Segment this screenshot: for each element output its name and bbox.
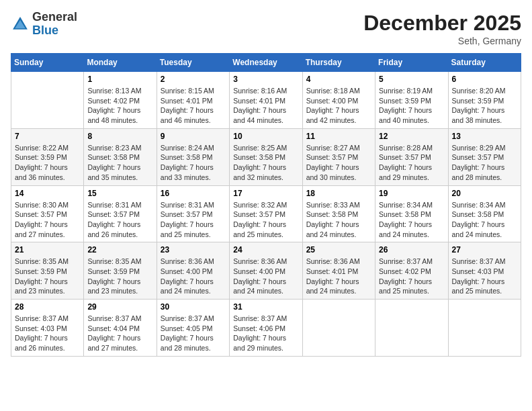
calendar-cell: 5 Sunrise: 8:19 AM Sunset: 3:59 PM Dayli…: [375, 72, 448, 129]
day-of-week-header: Sunday: [11, 54, 84, 72]
day-number: 31: [233, 302, 298, 312]
calendar-cell: 27 Sunrise: 8:37 AM Sunset: 4:03 PM Dayl…: [448, 242, 521, 300]
day-number: 1: [87, 75, 152, 84]
day-of-week-header: Friday: [375, 54, 448, 72]
calendar-cell: 21 Sunrise: 8:35 AM Sunset: 3:59 PM Dayl…: [11, 242, 84, 300]
calendar-table: SundayMondayTuesdayWednesdayThursdayFrid…: [11, 53, 521, 357]
calendar-cell: 6 Sunrise: 8:20 AM Sunset: 3:59 PM Dayli…: [448, 72, 521, 129]
calendar-cell: 26 Sunrise: 8:37 AM Sunset: 4:02 PM Dayl…: [375, 242, 448, 300]
page-header: General Blue December 2025 Seth, Germany: [11, 11, 521, 46]
day-info: Sunrise: 8:29 AM Sunset: 3:57 PM Dayligh…: [452, 143, 517, 183]
calendar-week-row: 1 Sunrise: 8:13 AM Sunset: 4:02 PM Dayli…: [11, 72, 521, 129]
day-number: 9: [161, 132, 226, 141]
day-info: Sunrise: 8:30 AM Sunset: 3:57 PM Dayligh…: [15, 200, 80, 240]
day-info: Sunrise: 8:23 AM Sunset: 3:58 PM Dayligh…: [87, 143, 152, 183]
calendar-cell: 15 Sunrise: 8:31 AM Sunset: 3:57 PM Dayl…: [84, 185, 157, 242]
day-info: Sunrise: 8:36 AM Sunset: 4:01 PM Dayligh…: [306, 257, 371, 296]
day-number: 20: [452, 189, 517, 198]
day-number: 10: [233, 132, 298, 141]
day-info: Sunrise: 8:35 AM Sunset: 3:59 PM Dayligh…: [15, 257, 80, 296]
calendar-cell: 1 Sunrise: 8:13 AM Sunset: 4:02 PM Dayli…: [84, 72, 157, 129]
day-info: Sunrise: 8:13 AM Sunset: 4:02 PM Dayligh…: [87, 86, 152, 126]
day-info: Sunrise: 8:27 AM Sunset: 3:57 PM Dayligh…: [306, 143, 371, 183]
calendar-cell: 7 Sunrise: 8:22 AM Sunset: 3:59 PM Dayli…: [11, 128, 84, 185]
day-number: 3: [233, 75, 298, 84]
day-info: Sunrise: 8:15 AM Sunset: 4:01 PM Dayligh…: [161, 86, 226, 126]
calendar-week-row: 21 Sunrise: 8:35 AM Sunset: 3:59 PM Dayl…: [11, 242, 521, 300]
logo-icon: [11, 15, 30, 34]
day-number: 27: [452, 245, 517, 255]
day-number: 29: [87, 302, 152, 312]
day-info: Sunrise: 8:37 AM Sunset: 4:03 PM Dayligh…: [15, 314, 80, 353]
calendar-cell: 8 Sunrise: 8:23 AM Sunset: 3:58 PM Dayli…: [84, 128, 157, 185]
day-number: 21: [15, 245, 80, 255]
day-of-week-header: Saturday: [448, 54, 521, 72]
calendar-cell: 9 Sunrise: 8:24 AM Sunset: 3:58 PM Dayli…: [157, 128, 229, 185]
calendar-week-row: 7 Sunrise: 8:22 AM Sunset: 3:59 PM Dayli…: [11, 128, 521, 185]
day-number: 25: [306, 245, 371, 255]
calendar-cell: 31 Sunrise: 8:37 AM Sunset: 4:06 PM Dayl…: [230, 300, 302, 357]
day-info: Sunrise: 8:16 AM Sunset: 4:01 PM Dayligh…: [233, 86, 298, 126]
day-info: Sunrise: 8:35 AM Sunset: 3:59 PM Dayligh…: [87, 257, 152, 296]
day-number: 15: [87, 189, 152, 198]
calendar-cell: 29 Sunrise: 8:37 AM Sunset: 4:04 PM Dayl…: [84, 300, 157, 357]
calendar-cell: 23 Sunrise: 8:36 AM Sunset: 4:00 PM Dayl…: [157, 242, 229, 300]
day-info: Sunrise: 8:31 AM Sunset: 3:57 PM Dayligh…: [161, 200, 226, 240]
calendar-cell: 2 Sunrise: 8:15 AM Sunset: 4:01 PM Dayli…: [157, 72, 229, 129]
logo-general: General: [32, 10, 77, 24]
day-number: 18: [306, 189, 371, 198]
calendar-cell: [11, 72, 84, 129]
calendar-cell: 4 Sunrise: 8:18 AM Sunset: 4:00 PM Dayli…: [302, 72, 375, 129]
calendar-cell: 10 Sunrise: 8:25 AM Sunset: 3:58 PM Dayl…: [230, 128, 302, 185]
day-of-week-header: Monday: [84, 54, 157, 72]
day-info: Sunrise: 8:18 AM Sunset: 4:00 PM Dayligh…: [306, 86, 371, 126]
day-info: Sunrise: 8:33 AM Sunset: 3:58 PM Dayligh…: [306, 200, 371, 240]
day-number: 24: [233, 245, 298, 255]
day-info: Sunrise: 8:19 AM Sunset: 3:59 PM Dayligh…: [379, 86, 444, 126]
calendar-week-row: 14 Sunrise: 8:30 AM Sunset: 3:57 PM Dayl…: [11, 185, 521, 242]
calendar-cell: 13 Sunrise: 8:29 AM Sunset: 3:57 PM Dayl…: [448, 128, 521, 185]
day-info: Sunrise: 8:37 AM Sunset: 4:03 PM Dayligh…: [452, 257, 517, 296]
day-info: Sunrise: 8:31 AM Sunset: 3:57 PM Dayligh…: [87, 200, 152, 240]
logo: General Blue: [11, 11, 77, 38]
day-of-week-header: Tuesday: [157, 54, 229, 72]
day-info: Sunrise: 8:37 AM Sunset: 4:02 PM Dayligh…: [379, 257, 444, 296]
calendar-cell: [375, 300, 448, 357]
location: Seth, Germany: [363, 36, 521, 46]
calendar-header-row: SundayMondayTuesdayWednesdayThursdayFrid…: [11, 54, 521, 72]
calendar-cell: 11 Sunrise: 8:27 AM Sunset: 3:57 PM Dayl…: [302, 128, 375, 185]
day-number: 11: [306, 132, 371, 141]
day-info: Sunrise: 8:24 AM Sunset: 3:58 PM Dayligh…: [161, 143, 226, 183]
day-info: Sunrise: 8:32 AM Sunset: 3:57 PM Dayligh…: [233, 200, 298, 240]
logo-blue: Blue: [32, 24, 58, 37]
day-number: 13: [452, 132, 517, 141]
title-area: December 2025 Seth, Germany: [363, 11, 521, 46]
day-number: 4: [306, 75, 371, 84]
day-info: Sunrise: 8:37 AM Sunset: 4:04 PM Dayligh…: [87, 314, 152, 353]
day-info: Sunrise: 8:36 AM Sunset: 4:00 PM Dayligh…: [161, 257, 226, 296]
day-number: 30: [161, 302, 226, 312]
day-number: 12: [379, 132, 444, 141]
day-info: Sunrise: 8:37 AM Sunset: 4:05 PM Dayligh…: [161, 314, 226, 353]
calendar-cell: 16 Sunrise: 8:31 AM Sunset: 3:57 PM Dayl…: [157, 185, 229, 242]
day-number: 6: [452, 75, 517, 84]
day-info: Sunrise: 8:28 AM Sunset: 3:57 PM Dayligh…: [379, 143, 444, 183]
day-number: 5: [379, 75, 444, 84]
calendar-cell: [448, 300, 521, 357]
calendar-week-row: 28 Sunrise: 8:37 AM Sunset: 4:03 PM Dayl…: [11, 300, 521, 357]
calendar-cell: 24 Sunrise: 8:36 AM Sunset: 4:00 PM Dayl…: [230, 242, 302, 300]
day-info: Sunrise: 8:37 AM Sunset: 4:06 PM Dayligh…: [233, 314, 298, 353]
day-number: 7: [15, 132, 80, 141]
calendar-cell: 17 Sunrise: 8:32 AM Sunset: 3:57 PM Dayl…: [230, 185, 302, 242]
day-of-week-header: Wednesday: [230, 54, 302, 72]
day-of-week-header: Thursday: [302, 54, 375, 72]
calendar-cell: 14 Sunrise: 8:30 AM Sunset: 3:57 PM Dayl…: [11, 185, 84, 242]
day-number: 26: [379, 245, 444, 255]
day-info: Sunrise: 8:36 AM Sunset: 4:00 PM Dayligh…: [233, 257, 298, 296]
day-number: 19: [379, 189, 444, 198]
day-number: 8: [87, 132, 152, 141]
day-info: Sunrise: 8:20 AM Sunset: 3:59 PM Dayligh…: [452, 86, 517, 126]
calendar-cell: 28 Sunrise: 8:37 AM Sunset: 4:03 PM Dayl…: [11, 300, 84, 357]
calendar-cell: 3 Sunrise: 8:16 AM Sunset: 4:01 PM Dayli…: [230, 72, 302, 129]
calendar-cell: 22 Sunrise: 8:35 AM Sunset: 3:59 PM Dayl…: [84, 242, 157, 300]
